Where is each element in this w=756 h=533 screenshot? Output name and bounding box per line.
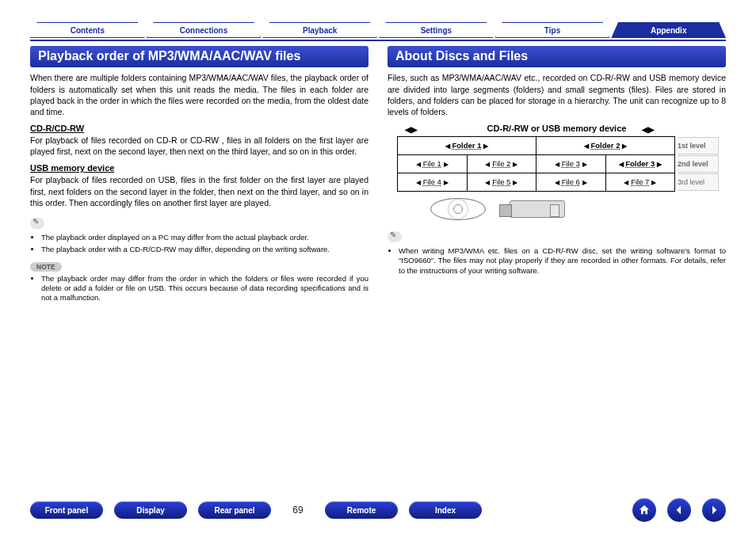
bullet: The playback order with a CD-R/CD-RW may… [41, 245, 368, 254]
section-heading-playback-order: Playback order of MP3/WMA/AAC/WAV files [30, 46, 368, 67]
cdr-body: For playback of files recorded on CD-R o… [30, 135, 368, 157]
tab-contents[interactable]: Contents [30, 22, 145, 38]
level-label: 2nd level [678, 155, 719, 173]
note-chip: NOTE [30, 262, 62, 272]
bullet: The playback order may differ from the o… [41, 274, 368, 303]
tab-underline [30, 40, 726, 41]
rear-panel-button[interactable]: Rear panel [198, 501, 271, 519]
usb-stick-icon [510, 200, 565, 218]
section-heading-discs-files: About Discs and Files [388, 46, 726, 67]
hierarchy-diagram: ◀▶ CD-R/-RW or USB memory device ◀▶ ◀ Fo… [388, 124, 726, 222]
next-page-icon[interactable] [702, 498, 726, 522]
left-column: Playback order of MP3/WMA/AAC/WAV files … [30, 46, 368, 306]
diagram-cell: ◀ File 6 ▶ [536, 173, 605, 191]
tab-settings[interactable]: Settings [379, 22, 494, 38]
intro-text: When there are multiple folders containi… [30, 72, 368, 117]
footer-bar: Front panel Display Rear panel 69 Remote… [0, 498, 756, 522]
index-button[interactable]: Index [409, 501, 482, 519]
diagram-cell: ◀ Folder 2 ▶ 1st level [536, 137, 674, 154]
subheading-cdr: CD-R/CD-RW [30, 124, 368, 133]
right-column: About Discs and Files Files, such as MP3… [388, 46, 726, 306]
home-icon[interactable] [632, 498, 656, 522]
diagram-title: ◀▶ CD-R/-RW or USB memory device ◀▶ [388, 124, 726, 133]
diagram-cell: ◀ File 7 ▶ 3rd level [605, 173, 675, 191]
diagram-cell: ◀ File 4 ▶ [398, 173, 467, 191]
tab-appendix[interactable]: Appendix [611, 22, 726, 38]
diagram-cell: ◀ File 1 ▶ [398, 155, 467, 173]
display-button[interactable]: Display [114, 501, 187, 519]
page-number: 69 [282, 504, 314, 516]
subheading-usb: USB memory device [30, 163, 368, 173]
remote-button[interactable]: Remote [325, 501, 398, 519]
right-intro: Files, such as MP3/WMA/AAC/WAV etc., rec… [388, 72, 726, 117]
diagram-cell: ◀ Folder 3 ▶ 2nd level [605, 155, 675, 173]
diagram-cell: ◀ Folder 1 ▶ [398, 137, 536, 154]
diagram-cell: ◀ File 5 ▶ [467, 173, 536, 191]
tab-playback[interactable]: Playback [262, 22, 377, 38]
prev-page-icon[interactable] [667, 498, 691, 522]
tab-tips[interactable]: Tips [495, 22, 610, 38]
front-panel-button[interactable]: Front panel [30, 501, 103, 519]
note-icon [388, 231, 402, 242]
usb-body: For playback of files recorded on USB, f… [30, 174, 368, 208]
right-bullets: When writing MP3/WMA etc. files on a CD-… [388, 246, 726, 276]
info-bullets: The playback order displayed on a PC may… [30, 233, 368, 255]
diagram-title-text: CD-R/-RW or USB memory device [487, 124, 627, 133]
diagram-cell: ◀ File 2 ▶ [467, 155, 536, 173]
note-bullets: The playback order may differ from the o… [30, 274, 368, 303]
tab-connections[interactable]: Connections [147, 22, 262, 38]
disc-icon [430, 198, 486, 220]
bullet: The playback order displayed on a PC may… [41, 233, 368, 242]
note-icon [30, 218, 44, 229]
diagram-cell: ◀ File 3 ▶ [536, 155, 605, 173]
level-label: 1st level [678, 137, 719, 154]
top-tabs: Contents Connections Playback Settings T… [30, 22, 726, 38]
level-label: 3rd level [678, 173, 719, 191]
bullet: When writing MP3/WMA etc. files on a CD-… [399, 246, 726, 276]
